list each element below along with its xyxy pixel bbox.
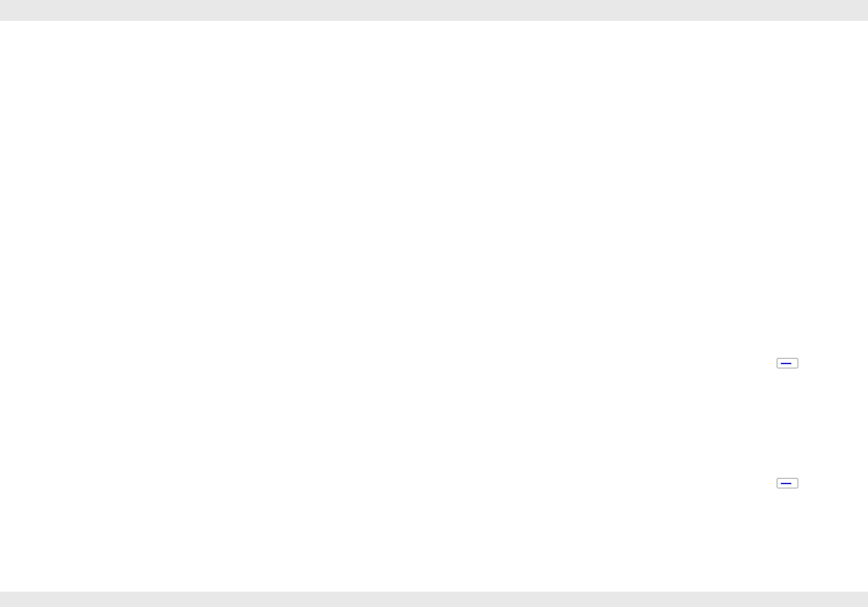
- setup-info-block: [438, 24, 530, 54]
- info-row: [438, 39, 530, 47]
- info-row: [236, 23, 282, 35]
- info-row: [236, 59, 282, 70]
- top-bar: [0, 0, 868, 21]
- histogram-full-canvas: [600, 186, 868, 305]
- info-row: [6, 23, 52, 35]
- info-row: [236, 47, 282, 59]
- info-row: [438, 47, 530, 54]
- legend-line-icon: [781, 483, 791, 484]
- info-row: [236, 35, 282, 47]
- info-row: [438, 31, 530, 39]
- colorbar-canvas: [492, 77, 555, 565]
- file-info-block: [6, 23, 52, 82]
- main-image-canvas: [31, 108, 488, 565]
- qc-report-page: [0, 0, 868, 607]
- histogram-detail-canvas: [600, 66, 868, 185]
- info-row: [6, 59, 52, 70]
- info-row: [6, 47, 52, 59]
- cut-in-y-canvas: [593, 465, 868, 587]
- cut-in-x-canvas: [593, 345, 868, 467]
- cut-in-y-legend: [777, 478, 798, 488]
- info-row: [6, 70, 52, 82]
- info-row: [6, 35, 52, 47]
- footer-bar: [0, 592, 868, 607]
- info-row: [438, 24, 530, 31]
- cut-in-x-legend: [777, 358, 798, 368]
- legend-line-icon: [781, 363, 791, 364]
- type-info-block: [236, 23, 282, 70]
